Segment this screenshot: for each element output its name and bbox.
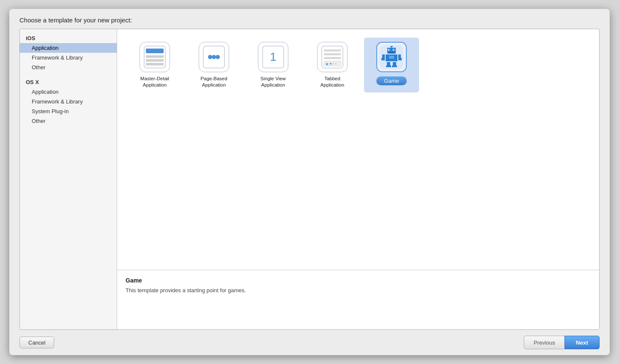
game-robot-svg [380, 45, 403, 69]
main-content: Master-Detail Application [117, 29, 599, 329]
templates-grid: Master-Detail Application [117, 29, 599, 270]
svg-rect-14 [324, 57, 341, 59]
cancel-button[interactable]: Cancel [19, 337, 54, 348]
game-badge: Game [376, 76, 406, 85]
sidebar-item-ios-application[interactable]: Application [20, 43, 117, 53]
svg-rect-26 [389, 52, 394, 53]
svg-point-19 [335, 63, 337, 65]
page-based-icon [199, 42, 229, 72]
svg-point-7 [212, 55, 216, 59]
template-single-view-label: Single View Application [260, 76, 286, 88]
template-game[interactable]: Game [364, 38, 419, 92]
sidebar-item-osx-plugin[interactable]: System Plug-in [20, 106, 117, 116]
svg-rect-12 [324, 49, 341, 52]
template-master-detail[interactable]: Master-Detail Application [127, 38, 182, 92]
description-panel: Game This template provides a starting p… [117, 270, 599, 329]
master-detail-svg [142, 45, 167, 69]
tabbed-icon: ★ [317, 42, 348, 72]
sidebar: iOS Application Framework & Library Othe… [20, 29, 117, 329]
sidebar-item-ios-framework[interactable]: Framework & Library [20, 53, 117, 62]
svg-rect-38 [392, 65, 397, 67]
sidebar-item-osx-framework[interactable]: Framework & Library [20, 97, 117, 106]
svg-rect-37 [386, 65, 391, 67]
dialog-body: iOS Application Framework & Library Othe… [19, 29, 600, 330]
dialog-title: Choose a template for your new project: [9, 9, 610, 29]
svg-rect-24 [389, 49, 390, 50]
template-tabbed-label: Tabbed Application [320, 76, 344, 88]
sidebar-section-osx: OS X [20, 76, 117, 87]
description-text: This template provides a starting point … [126, 286, 591, 295]
sidebar-item-osx-application[interactable]: Application [20, 87, 117, 97]
svg-rect-2 [146, 55, 164, 58]
svg-rect-25 [394, 49, 395, 50]
master-detail-icon [140, 42, 170, 72]
svg-rect-30 [389, 56, 394, 59]
previous-button[interactable]: Previous [524, 336, 564, 349]
tabbed-svg: ★ [320, 45, 345, 69]
description-title: Game [126, 277, 591, 284]
svg-point-8 [216, 55, 220, 59]
sidebar-section-ios: iOS [20, 33, 117, 43]
svg-point-6 [208, 55, 212, 59]
single-view-svg: 1 [261, 45, 285, 69]
svg-text:1: 1 [270, 50, 277, 63]
svg-point-18 [332, 63, 334, 65]
next-button[interactable]: Next [564, 336, 600, 349]
svg-rect-3 [146, 59, 164, 62]
svg-text:★: ★ [325, 62, 329, 66]
template-single-view[interactable]: 1 Single View Application [246, 38, 301, 92]
game-icon [376, 42, 407, 72]
svg-point-17 [330, 63, 331, 65]
svg-rect-4 [146, 63, 164, 65]
svg-rect-33 [381, 58, 385, 60]
new-project-dialog: Choose a template for your new project: … [9, 9, 610, 355]
svg-rect-13 [324, 53, 341, 55]
dialog-footer: Cancel Previous Next [9, 330, 610, 355]
page-based-svg [202, 45, 226, 69]
sidebar-item-osx-other[interactable]: Other [20, 116, 117, 126]
svg-rect-34 [398, 58, 402, 60]
svg-rect-28 [390, 46, 393, 47]
sidebar-item-ios-other[interactable]: Other [20, 62, 117, 72]
single-view-icon: 1 [258, 42, 288, 72]
nav-button-group: Previous Next [524, 336, 600, 349]
template-page-based-label: Page-Based Application [200, 76, 227, 88]
svg-rect-1 [146, 49, 164, 53]
template-tabbed[interactable]: ★ Tabbed Application [305, 38, 360, 92]
template-master-detail-label: Master-Detail Application [140, 76, 169, 88]
template-page-based[interactable]: Page-Based Application [186, 38, 241, 92]
